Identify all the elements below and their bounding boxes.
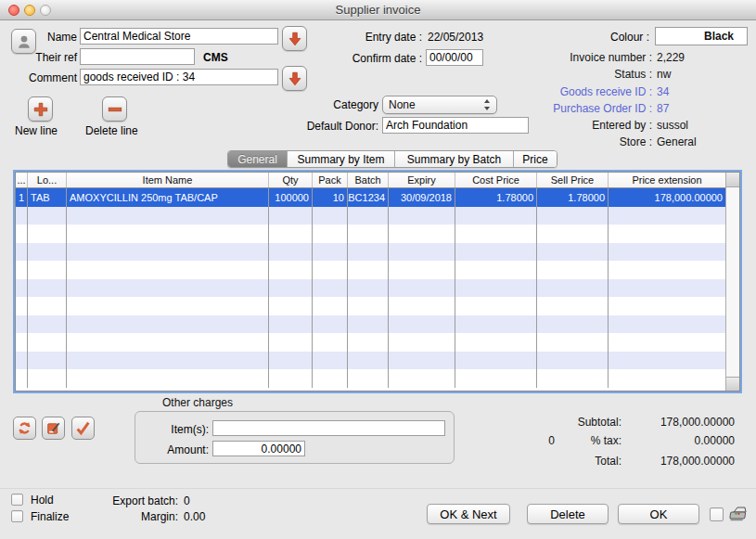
ok-next-button[interactable]: OK & Next: [427, 504, 510, 524]
finalize-label: Finalize: [31, 510, 69, 523]
total-label: Total:: [555, 455, 621, 468]
name-lookup-button[interactable]: [282, 26, 307, 51]
col-header-location[interactable]: Lo...: [28, 173, 67, 187]
plus-icon: [32, 101, 49, 118]
comment-input[interactable]: [80, 69, 278, 85]
scrollbar-top-cap[interactable]: [726, 173, 739, 187]
margin-label: Margin:: [102, 510, 178, 523]
supplier-invoice-window: Supplier invoice Name Their ref CMS Comm…: [0, 0, 756, 539]
checkmark-icon: [75, 420, 91, 436]
category-label: Category: [306, 98, 378, 111]
amount-input[interactable]: [212, 441, 305, 456]
comment-expand-button[interactable]: [282, 66, 307, 91]
hold-label: Hold: [31, 494, 54, 507]
margin-value: 0.00: [184, 510, 205, 523]
col-header-batch[interactable]: Batch: [348, 173, 389, 187]
red-down-arrow-icon: [287, 31, 303, 47]
their-ref-input[interactable]: [80, 48, 195, 65]
window-title: Supplier invoice: [0, 3, 756, 17]
finalize-checkbox[interactable]: [11, 510, 23, 522]
delete-button[interactable]: Delete: [527, 504, 609, 524]
tax-value: 0.00000: [621, 434, 735, 447]
export-batch-value: 0: [184, 494, 190, 507]
their-ref-label: Their ref: [19, 51, 77, 64]
amount-label: Amount:: [144, 443, 209, 456]
goods-receive-label: Goods receive ID :: [506, 85, 652, 98]
edit-note-button[interactable]: [42, 417, 65, 440]
col-header-expiry[interactable]: Expiry: [389, 173, 455, 187]
category-value: None: [389, 98, 416, 111]
cell-qty: 100000: [269, 188, 313, 207]
table-row[interactable]: 1 TAB AMOXYCILLIN 250mg TAB/CAP 100000 1…: [16, 188, 725, 207]
hold-checkbox[interactable]: [11, 494, 23, 506]
items-input[interactable]: [212, 420, 445, 436]
other-charges-title: Other charges: [162, 396, 233, 409]
purchase-order-link[interactable]: Purchase Order ID :87: [506, 102, 669, 115]
entry-date-label: Entry date :: [306, 31, 422, 44]
cell-expiry: 30/09/2018: [389, 188, 455, 207]
ok-button[interactable]: OK: [618, 504, 699, 524]
col-header-item-name[interactable]: Item Name: [67, 173, 269, 187]
delete-line-label: Delete line: [85, 124, 138, 137]
invoice-number-row: Invoice number :2,229: [506, 51, 685, 64]
cell-batch: ABC1234: [348, 188, 389, 207]
entered-by-value: sussol: [657, 119, 688, 132]
name-label: Name: [19, 31, 77, 44]
export-batch-label: Export batch:: [102, 494, 178, 507]
purchase-order-label: Purchase Order ID :: [506, 102, 652, 115]
comment-label: Comment: [19, 71, 77, 84]
colour-select[interactable]: Black: [655, 27, 748, 45]
tab-summary-by-batch[interactable]: Summary by Batch: [395, 151, 514, 167]
new-line-button[interactable]: [28, 96, 53, 122]
status-row: Status :nw: [506, 68, 671, 81]
tab-price[interactable]: Price: [514, 151, 557, 167]
cell-item-name: AMOXYCILLIN 250mg TAB/CAP: [67, 188, 269, 207]
col-header-pack[interactable]: Pack: [313, 173, 348, 187]
tab-general[interactable]: General: [228, 151, 288, 167]
status-value: nw: [657, 68, 671, 81]
tax-label: % tax:: [555, 434, 621, 447]
delete-line-button[interactable]: [102, 96, 127, 122]
items-label: Item(s):: [144, 423, 209, 436]
minus-icon: [107, 101, 123, 118]
col-header-qty[interactable]: Qty: [269, 173, 313, 187]
goods-receive-link[interactable]: Goods receive ID :34: [506, 85, 669, 98]
view-tabs: General Summary by Item Summary by Batch…: [227, 150, 557, 168]
total-value: 178,000.00000: [621, 455, 735, 468]
confirm-date-label: Confirm date :: [306, 52, 422, 65]
col-header-dots[interactable]: ...: [16, 173, 28, 187]
table-header: ... Lo... Item Name Qty Pack Batch Expir…: [16, 173, 725, 188]
col-header-cost-price[interactable]: Cost Price: [455, 173, 537, 187]
col-header-sell-price[interactable]: Sell Price: [537, 173, 609, 187]
entry-date-value: 22/05/2013: [428, 31, 483, 44]
total-row: Total:178,000.00000: [508, 455, 735, 468]
subtotal-value: 178,000.00000: [621, 416, 735, 429]
goods-receive-value: 34: [657, 85, 669, 98]
invoice-lines-table: ... Lo... Item Name Qty Pack Batch Expir…: [15, 172, 740, 391]
print-checkbox[interactable]: [710, 507, 724, 521]
colour-swatch: [660, 31, 691, 42]
colour-label: Colour :: [519, 31, 649, 44]
print-button[interactable]: [729, 504, 750, 525]
cell-line: 1: [16, 188, 28, 207]
category-select[interactable]: None: [382, 96, 497, 114]
cell-sell-price: 1.78000: [537, 188, 609, 207]
refresh-lines-button[interactable]: [13, 417, 36, 440]
tab-summary-by-item[interactable]: Summary by Item: [288, 151, 395, 167]
store-value: General: [657, 135, 697, 148]
red-down-arrow-icon: [287, 71, 303, 87]
table-empty-rows: [16, 207, 739, 388]
name-input[interactable]: [80, 28, 278, 45]
confirm-date-input[interactable]: [426, 49, 483, 66]
col-header-price-extension[interactable]: Price extension: [609, 173, 725, 187]
cell-location: TAB: [28, 188, 67, 207]
store-label: Store :: [506, 135, 652, 148]
refresh-icon: [17, 420, 32, 436]
tax-rate-field[interactable]: 0: [508, 434, 555, 447]
confirm-lines-button[interactable]: [71, 417, 95, 440]
cell-price-extension: 178,000.00000: [609, 188, 725, 207]
vertical-scrollbar[interactable]: [725, 173, 739, 391]
new-line-label: New line: [15, 124, 58, 137]
scrollbar-bottom-cap[interactable]: [726, 377, 739, 391]
subtotal-label: Subtotal:: [555, 416, 621, 429]
